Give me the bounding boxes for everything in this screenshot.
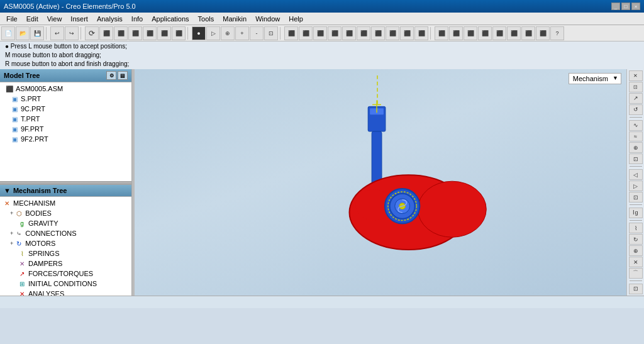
tree-expand-icon[interactable]: ▤ xyxy=(118,71,128,80)
tb-feature1[interactable]: ⬛ xyxy=(99,26,113,40)
tb-view3[interactable]: ⊕ xyxy=(221,26,235,40)
rt-btn-5[interactable]: ∿ xyxy=(629,120,643,131)
mech-item-motors[interactable]: + ↻ MOTORS xyxy=(0,238,131,248)
tb-misc9[interactable]: ? xyxy=(550,26,564,40)
tree-item-9f2prt[interactable]: ▣ 9F2.PRT xyxy=(0,134,131,144)
tb-sep2 xyxy=(80,27,83,40)
tb-new[interactable]: 📄 xyxy=(1,26,15,40)
mech-item-connections[interactable]: + ⤷ CONNECTIONS xyxy=(0,228,131,238)
menu-applications[interactable]: Applications xyxy=(148,14,192,24)
rt-btn-13[interactable]: ⌇ xyxy=(629,223,643,233)
tb-open[interactable]: 📂 xyxy=(16,26,30,40)
menu-analysis[interactable]: Analysis xyxy=(93,14,126,24)
cad-scene xyxy=(135,69,626,293)
menu-window[interactable]: Window xyxy=(252,14,284,24)
svg-point-4 xyxy=(418,181,486,237)
tb-feature2[interactable]: ⬛ xyxy=(114,26,128,40)
rt-btn-3[interactable]: ↗ xyxy=(629,93,643,104)
bottom-statusbar xyxy=(0,296,644,308)
rt-btn-12[interactable]: Ⅰg xyxy=(629,208,643,218)
menu-info[interactable]: Info xyxy=(128,14,147,24)
tb-orient1[interactable]: ⬛ xyxy=(284,26,298,40)
menu-help[interactable]: Help xyxy=(285,14,307,24)
tb-orient2[interactable]: ⬛ xyxy=(299,26,313,40)
tb-orient9[interactable]: ⬛ xyxy=(400,26,414,40)
rt-btn-4[interactable]: ↺ xyxy=(629,104,643,115)
rt-btn-10[interactable]: ▷ xyxy=(629,180,643,191)
tb-orient10[interactable]: ⬛ xyxy=(414,26,428,40)
tb-misc3[interactable]: ⬛ xyxy=(464,26,477,40)
rt-btn-15[interactable]: ⊕ xyxy=(629,245,643,256)
rt-sep2 xyxy=(630,166,642,167)
tb-misc7[interactable]: ⬛ xyxy=(521,26,535,40)
menu-view[interactable]: View xyxy=(43,14,66,24)
tb-misc1[interactable]: ⬛ xyxy=(435,26,448,40)
tb-misc8[interactable]: ⬛ xyxy=(536,26,550,40)
tb-orient5[interactable]: ⬛ xyxy=(342,26,356,40)
tb-misc5[interactable]: ⬛ xyxy=(492,26,506,40)
rt-btn-17[interactable]: ⌒ xyxy=(629,268,643,279)
menu-tools[interactable]: Tools xyxy=(194,14,218,24)
tb-misc6[interactable]: ⬛ xyxy=(507,26,521,40)
tb-save[interactable]: 💾 xyxy=(30,26,44,40)
mech-item-forces[interactable]: ↗ FORCES/TORQUES xyxy=(0,269,131,279)
mech-item-bodies[interactable]: + ⬡ BODIES xyxy=(0,208,131,218)
mech-item-springs[interactable]: ⌇ SPRINGS xyxy=(0,248,131,258)
instruction-line3: R mouse button to abort and finish dragg… xyxy=(5,60,639,69)
tree-item-asm0005[interactable]: ⬛ ASM0005.ASM xyxy=(0,84,131,94)
left-panel: Model Tree ⚙ ▤ ⬛ ASM0005.ASM ▣ S.PRT ▣ 9… xyxy=(0,69,132,296)
rt-btn-18[interactable]: ⊡ xyxy=(629,284,643,294)
tb-misc2[interactable]: ⬛ xyxy=(449,26,463,40)
tb-feature3[interactable]: ⬛ xyxy=(128,26,142,40)
tree-item-tprt[interactable]: ▣ T.PRT xyxy=(0,114,131,124)
model-tree-area: ⬛ ASM0005.ASM ▣ S.PRT ▣ 9C.PRT ▣ T.PRT ▣ xyxy=(0,82,131,182)
tb-misc4[interactable]: ⬛ xyxy=(478,26,492,40)
tb-zoom-out[interactable]: - xyxy=(250,26,264,40)
menu-file[interactable]: File xyxy=(3,14,21,24)
viewport[interactable]: Mechanism ▼ xyxy=(135,69,626,296)
tb-zoom-fit[interactable]: ⊡ xyxy=(264,26,278,40)
menu-manikin[interactable]: Manikin xyxy=(219,14,250,24)
tb-orient3[interactable]: ⬛ xyxy=(313,26,327,40)
rt-btn-16[interactable]: ✕ xyxy=(629,257,643,267)
tb-orient6[interactable]: ⬛ xyxy=(357,26,370,40)
tb-view2[interactable]: ▷ xyxy=(206,26,220,40)
menubar: File Edit View Insert Analysis Info Appl… xyxy=(0,13,644,25)
maximize-button[interactable]: □ xyxy=(621,3,630,10)
tb-feature5[interactable]: ⬛ xyxy=(157,26,171,40)
mechanism-tree-area: ✕ MECHANISM + ⬡ BODIES g GRAVITY + ⤷ CON… xyxy=(0,197,131,296)
mech-item-mechanism[interactable]: ✕ MECHANISM xyxy=(0,198,131,208)
tree-item-9fprt[interactable]: ▣ 9F.PRT xyxy=(0,124,131,134)
rt-btn-1[interactable]: ✕ xyxy=(629,70,643,81)
rt-btn-14[interactable]: ↻ xyxy=(629,234,643,245)
tree-item-sprt[interactable]: ▣ S.PRT xyxy=(0,94,131,104)
rt-btn-11[interactable]: ⊡ xyxy=(629,192,643,203)
close-button[interactable]: × xyxy=(631,3,640,10)
rt-btn-7[interactable]: ⊕ xyxy=(629,142,643,153)
rt-sep3 xyxy=(630,204,642,206)
right-toolbar: ✕ ⊡ ↗ ↺ ∿ ≈ ⊕ ⊡ ◁ ▷ ⊡ Ⅰg ⌇ ↻ ⊕ ✕ ⌒ ⊡ xyxy=(626,69,644,296)
mech-item-analyses[interactable]: ✕ ANALYSES xyxy=(0,289,131,296)
mech-item-gravity[interactable]: g GRAVITY xyxy=(0,218,131,228)
minimize-button[interactable]: _ xyxy=(611,3,620,10)
mech-item-dampers[interactable]: ✕ DAMPERS xyxy=(0,258,131,269)
tb-redo[interactable]: ↪ xyxy=(65,26,79,40)
rt-btn-2[interactable]: ⊡ xyxy=(629,82,643,92)
tree-item-9cprt[interactable]: ▣ 9C.PRT xyxy=(0,104,131,114)
tb-orient8[interactable]: ⬛ xyxy=(386,26,399,40)
tree-settings-icon[interactable]: ⚙ xyxy=(106,71,116,80)
tb-feature4[interactable]: ⬛ xyxy=(143,26,157,40)
tb-zoom-in[interactable]: + xyxy=(235,26,249,40)
tb-orient4[interactable]: ⬛ xyxy=(328,26,341,40)
tb-view1[interactable]: ● xyxy=(192,26,206,40)
tb-undo[interactable]: ↩ xyxy=(50,26,64,40)
tb-orient7[interactable]: ⬛ xyxy=(371,26,385,40)
rt-btn-8[interactable]: ⊡ xyxy=(629,153,643,164)
tb-feature6[interactable]: ⬛ xyxy=(172,26,186,40)
mech-item-initial[interactable]: ⊞ INITIAL CONDITIONS xyxy=(0,279,131,289)
menu-insert[interactable]: Insert xyxy=(67,14,92,24)
menu-edit[interactable]: Edit xyxy=(23,14,42,24)
rt-btn-9[interactable]: ◁ xyxy=(629,169,643,180)
rt-btn-6[interactable]: ≈ xyxy=(629,131,643,142)
tb-regenerate[interactable]: ⟳ xyxy=(85,26,99,40)
